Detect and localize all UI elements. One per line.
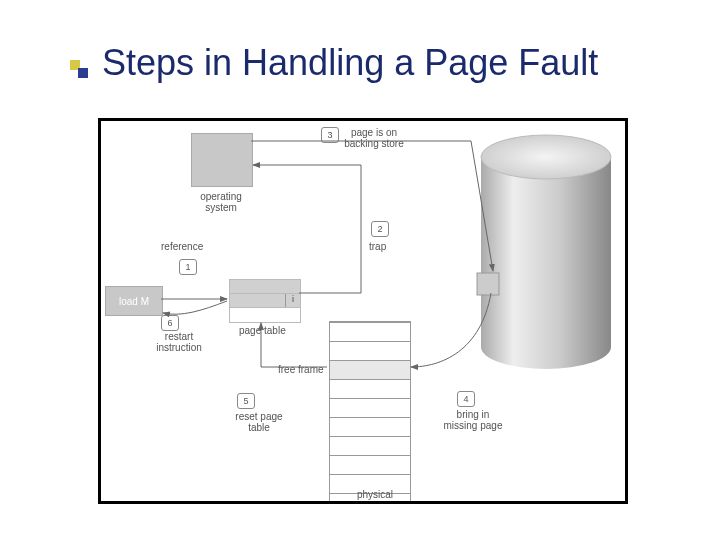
backing-store-cylinder [471,133,621,373]
os-label: operating system [191,191,251,213]
os-box [191,133,253,187]
reference-label: reference [161,241,203,252]
page-table-invalid-bit: i [285,294,300,308]
svg-point-2 [481,135,611,179]
slide-title-row: Steps in Handling a Page Fault [70,42,598,84]
svg-rect-0 [481,157,611,347]
diagram-frame: operating system load M reference restar… [98,118,628,504]
step-6: 6 [161,315,179,331]
reset-label: reset page table [229,411,289,433]
backing-store-label: page is on backing store [339,127,409,149]
step-4: 4 [457,391,475,407]
bring-in-label: bring in missing page [443,409,503,431]
free-frame-label: free frame [278,364,324,375]
page-table-row [229,307,301,323]
svg-rect-3 [477,273,499,295]
step-2: 2 [371,221,389,237]
svg-point-1 [481,325,611,369]
physical-memory-label: physical memory [345,489,405,504]
step-1: 1 [179,259,197,275]
title-bullet-icon [70,60,88,78]
load-m-box: load M [105,286,163,316]
trap-label: trap [369,241,386,252]
physical-memory: free frame [329,321,411,504]
page-table-label: page table [239,325,286,336]
step-5: 5 [237,393,255,409]
slide-title: Steps in Handling a Page Fault [102,42,598,84]
restart-label: restart instruction [149,331,209,353]
load-m-label: load M [119,296,149,307]
step-3: 3 [321,127,339,143]
